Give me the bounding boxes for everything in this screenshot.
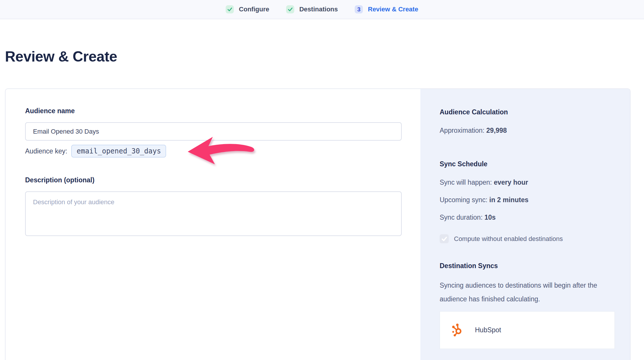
upcoming-sync-value: in 2 minutes [489, 196, 528, 204]
audience-calculation-heading: Audience Calculation [440, 108, 613, 116]
approximation-value: 29,998 [486, 127, 507, 134]
approximation-label: Approximation: [440, 127, 484, 134]
summary-sidebar: Audience Calculation Approximation: 29,9… [420, 89, 630, 360]
audience-name-input[interactable] [25, 122, 402, 141]
step-label: Destinations [299, 6, 338, 13]
step-label: Review & Create [368, 6, 418, 13]
sync-schedule-heading: Sync Schedule [440, 160, 613, 168]
destination-name: HubSpot [475, 326, 501, 334]
sync-frequency-value: every hour [494, 179, 528, 186]
step-review-create[interactable]: 3 Review & Create [355, 5, 418, 13]
review-card: Audience name Audience key: email_opened… [5, 88, 631, 360]
compute-checkbox[interactable] [440, 234, 449, 243]
compute-checkbox-label: Compute without enabled destinations [454, 235, 563, 243]
audience-key-badge: email_opened_30_days [71, 145, 166, 158]
description-textarea[interactable] [25, 191, 402, 236]
step-number-badge: 3 [355, 5, 363, 13]
check-icon [226, 5, 234, 13]
step-configure[interactable]: Configure [226, 5, 269, 13]
hubspot-logo-icon [451, 323, 465, 338]
step-label: Configure [239, 6, 269, 13]
upcoming-sync-row: Upcoming sync: in 2 minutes [440, 196, 613, 204]
destination-syncs-note: Syncing audiences to destinations will b… [440, 279, 608, 306]
sync-frequency-label: Sync will happen: [440, 179, 492, 186]
audience-form: Audience name Audience key: email_opened… [6, 89, 422, 236]
destination-syncs-heading: Destination Syncs [440, 262, 613, 270]
step-destinations[interactable]: Destinations [286, 5, 338, 13]
audience-key-label: Audience key: [25, 147, 67, 155]
sync-duration-label: Sync duration: [440, 214, 483, 221]
audience-name-label: Audience name [25, 107, 422, 115]
sync-frequency-row: Sync will happen: every hour [440, 179, 613, 186]
compute-checkbox-row: Compute without enabled destinations [440, 234, 613, 243]
check-icon [286, 5, 294, 13]
audience-key-row: Audience key: email_opened_30_days [25, 145, 422, 158]
destination-card-hubspot[interactable]: HubSpot [440, 311, 615, 349]
sync-duration-row: Sync duration: 10s [440, 214, 613, 221]
page-title: Review & Create [5, 48, 117, 65]
upcoming-sync-label: Upcoming sync: [440, 196, 488, 204]
description-label: Description (optional) [25, 176, 422, 184]
approximation-row: Approximation: 29,998 [440, 127, 613, 134]
wizard-stepper: Configure Destinations 3 Review & Create [0, 0, 644, 19]
sync-duration-value: 10s [484, 214, 495, 221]
